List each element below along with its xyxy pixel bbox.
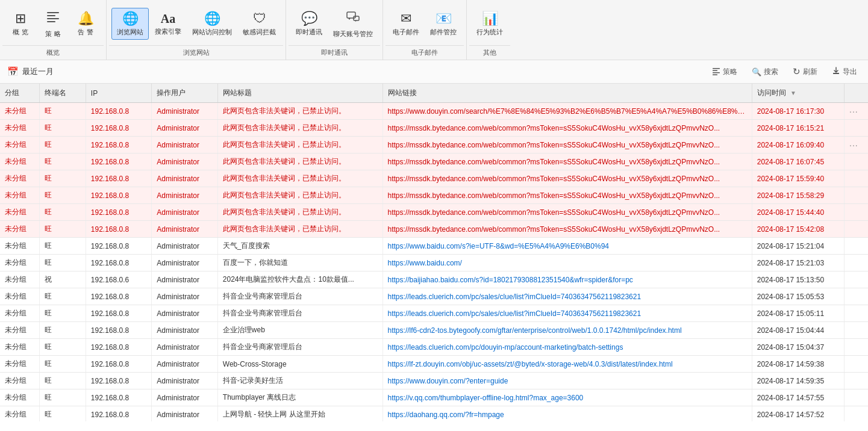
toolbar-label-sensitive: 敏感词拦截 <box>243 28 276 37</box>
cell-url[interactable]: https://v.qq.com/thumbplayer-offline-log… <box>382 389 752 406</box>
cell-terminal: 旺 <box>40 356 86 373</box>
cell-action <box>845 238 868 255</box>
cell-time: 2024-08-17 15:13:50 <box>752 271 844 288</box>
cell-terminal: 祝 <box>40 271 86 288</box>
cell-ip: 192.168.0.8 <box>86 153 151 170</box>
cell-ip: 192.168.0.8 <box>86 356 151 373</box>
row-action-dots[interactable]: ··· <box>849 107 858 116</box>
cell-url[interactable]: https://www.baidu.com/s?ie=UTF-8&wd=%E5%… <box>382 238 752 255</box>
toolbar-group-items-browse: 🌐 浏览网站 Aa 搜索引擎 🌐 网站访问控制 🛡 敏感词拦截 <box>109 0 283 45</box>
cell-group: 未分组 <box>0 373 40 389</box>
cell-group: 未分组 <box>0 305 40 322</box>
cell-title: 此网页包含非法关键词，已禁止访问。 <box>217 221 382 238</box>
cell-user: Administrator <box>152 255 217 271</box>
cell-terminal: 旺 <box>40 255 86 271</box>
cell-time: 2024-08-17 15:59:40 <box>752 170 844 187</box>
search-filter-icon: 🔍 <box>752 67 761 76</box>
cell-user: Administrator <box>152 153 217 170</box>
cell-title: 上网导航 - 轻快上网 从这里开始 <box>217 406 382 422</box>
col-header-time[interactable]: 访问时间 ▼ <box>752 84 844 103</box>
cell-url[interactable]: https://mssdk.bytedance.com/web/common?m… <box>382 120 752 137</box>
cell-title: 此网页包含非法关键词，已禁止访问。 <box>217 103 382 120</box>
toolbar-item-alert[interactable]: 🔔 告 警 <box>70 8 101 39</box>
table-row: 未分组旺192.168.0.8AdministratorThumbplayer … <box>0 389 868 406</box>
cell-url[interactable]: https://leads.cluerich.com/pc/douyin-mp/… <box>382 339 752 356</box>
cell-title: 抖音企业号商家管理后台 <box>217 288 382 305</box>
toolbar-item-sensitive[interactable]: 🛡 敏感词拦截 <box>238 8 281 39</box>
cell-url[interactable]: https://lf-zt.douyin.com/obj/uc-assets/z… <box>382 356 752 373</box>
cell-url[interactable]: https://mssdk.bytedance.com/web/common?m… <box>382 187 752 204</box>
cell-user: Administrator <box>152 339 217 356</box>
cell-time: 2024-08-17 15:04:44 <box>752 322 844 339</box>
cell-time: 2024-08-17 15:44:40 <box>752 204 844 221</box>
toolbar-item-email[interactable]: ✉ 电子邮件 <box>388 8 424 39</box>
cell-url[interactable]: https://mssdk.bytedance.com/web/common?m… <box>382 153 752 170</box>
toolbar-item-chat-acct[interactable]: 聊天账号管控 <box>328 7 378 41</box>
toolbar-item-browse[interactable]: 🌐 浏览网站 <box>111 8 149 40</box>
filter-right: 策略 🔍 搜索 ↻ 刷新 导出 <box>708 65 861 78</box>
cell-action <box>845 288 868 305</box>
cell-ip: 192.168.0.8 <box>86 288 151 305</box>
cell-url[interactable]: https://mssdk.bytedance.com/web/common?m… <box>382 170 752 187</box>
cell-terminal: 旺 <box>40 153 86 170</box>
cell-url[interactable]: https://www.douyin.com/?enter=guide <box>382 373 752 389</box>
cell-terminal: 旺 <box>40 170 86 187</box>
toolbar-item-email-ctrl[interactable]: 📧 邮件管控 <box>425 8 461 39</box>
cell-action[interactable]: ··· <box>845 103 868 120</box>
toolbar-group-overview: ⊞ 概 览 策 略 🔔 告 警 概览 <box>0 0 107 60</box>
svg-rect-7 <box>713 70 717 71</box>
cell-url[interactable]: https://leads.cluerich.com/pc/sales/clue… <box>382 288 752 305</box>
toolbar-group-im: 💬 即时通讯 聊天账号管控 即时通讯 <box>286 0 383 60</box>
cell-url[interactable]: https://mssdk.bytedance.com/web/common?m… <box>382 221 752 238</box>
toolbar-item-access-ctrl[interactable]: 🌐 网站访问控制 <box>187 8 237 39</box>
row-action-dots[interactable]: ··· <box>849 140 858 150</box>
col-header-action <box>845 84 868 103</box>
cell-group: 未分组 <box>0 288 40 305</box>
cell-url[interactable]: https://mssdk.bytedance.com/web/common?m… <box>382 204 752 221</box>
search-filter-label: 搜索 <box>764 67 778 77</box>
export-btn[interactable]: 导出 <box>828 66 861 78</box>
cell-terminal: 旺 <box>40 288 86 305</box>
cell-time: 2024-08-17 15:05:11 <box>752 305 844 322</box>
cell-group: 未分组 <box>0 170 40 187</box>
cell-title: 此网页包含非法关键词，已禁止访问。 <box>217 120 382 137</box>
cell-ip: 192.168.0.8 <box>86 389 151 406</box>
toolbar-group-label-browse: 浏览网站 <box>109 45 283 60</box>
cell-action[interactable]: ··· <box>845 137 868 153</box>
cell-terminal: 旺 <box>40 103 86 120</box>
policy-filter-btn[interactable]: 策略 <box>708 66 741 78</box>
table-row: 未分组旺192.168.0.8AdministratorWeb-Cross-St… <box>0 356 868 373</box>
toolbar-item-behavior[interactable]: 📊 行为统计 <box>472 8 508 39</box>
cell-url[interactable]: https://baijiahao.baidu.com/s?id=1802179… <box>382 271 752 288</box>
cell-user: Administrator <box>152 120 217 137</box>
cell-url[interactable]: https://lf6-cdn2-tos.bytegoofy.com/gftar… <box>382 322 752 339</box>
cell-ip: 192.168.0.8 <box>86 170 151 187</box>
cell-url[interactable]: https://www.baidu.com/ <box>382 255 752 271</box>
toolbar-group-items-email: ✉ 电子邮件 📧 邮件管控 <box>386 0 464 45</box>
cell-action <box>845 221 868 238</box>
refresh-btn[interactable]: ↻ 刷新 <box>789 65 821 78</box>
toolbar-item-search-engine[interactable]: Aa 搜索引擎 <box>150 10 186 39</box>
toolbar-item-policy[interactable]: 策 略 <box>37 7 69 41</box>
cell-group: 未分组 <box>0 204 40 221</box>
search-filter-btn[interactable]: 🔍 搜索 <box>748 66 782 78</box>
col-header-title: 网站标题 <box>217 84 382 103</box>
table-row: 未分组旺192.168.0.8Administrator此网页包含非法关键词，已… <box>0 204 868 221</box>
table-row: 未分组旺192.168.0.8Administrator此网页包含非法关键词，已… <box>0 187 868 204</box>
cell-action <box>845 406 868 422</box>
cell-url[interactable]: https://www.douyin.com/search/%E7%8E%84%… <box>382 103 752 120</box>
table-row: 未分组旺192.168.0.8Administrator抖音-记录美好生活htt… <box>0 373 868 389</box>
toolbar-item-overview[interactable]: ⊞ 概 览 <box>5 8 36 39</box>
cell-group: 未分组 <box>0 356 40 373</box>
cell-url[interactable]: https://daohang.qq.com/?fr=hmpage <box>382 406 752 422</box>
im-icon: 💬 <box>301 11 317 26</box>
cell-time: 2024-08-17 14:57:55 <box>752 389 844 406</box>
toolbar-label-policy: 策 略 <box>45 29 60 39</box>
data-table-wrap: 分组 终端名 IP 操作用户 网站标题 网站链接 访问时间 ▼ 未分组旺192.… <box>0 84 868 421</box>
cell-url[interactable]: https://mssdk.bytedance.com/web/common?m… <box>382 137 752 153</box>
cell-ip: 192.168.0.8 <box>86 204 151 221</box>
toolbar-item-im[interactable]: 💬 即时通讯 <box>291 8 327 39</box>
toolbar-group-label-overview: 概览 <box>2 45 104 60</box>
cell-ip: 192.168.0.8 <box>86 373 151 389</box>
cell-url[interactable]: https://leads.cluerich.com/pc/sales/clue… <box>382 305 752 322</box>
